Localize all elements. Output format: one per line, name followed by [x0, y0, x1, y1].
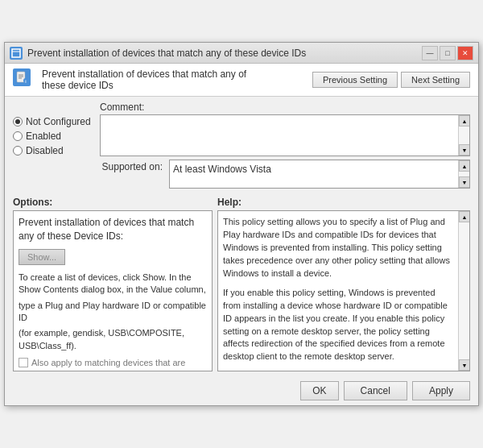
- help-label: Help:: [217, 197, 470, 208]
- two-cols: Options: Prevent installation of devices…: [13, 197, 470, 371]
- ok-button[interactable]: OK: [300, 381, 338, 400]
- options-panel: Prevent installation of devices that mat…: [13, 210, 213, 371]
- radio-disabled[interactable]: Disabled: [13, 145, 93, 156]
- policy-icon: i: [13, 68, 35, 91]
- help-scrollbar: ▲ ▼: [458, 211, 469, 371]
- also-apply-label: Also apply to matching devices that are …: [31, 357, 207, 371]
- supported-scroll-up[interactable]: ▲: [459, 160, 470, 172]
- supported-box: At least Windows Vista ▲ ▼: [169, 160, 470, 189]
- options-text2: type a Plug and Play hardware ID or comp…: [19, 300, 207, 325]
- col-options: Options: Prevent installation of devices…: [13, 197, 213, 371]
- footer: OK Cancel Apply: [5, 376, 478, 405]
- content-area: Not Configured Enabled Disabled Comment:: [5, 97, 478, 376]
- header-buttons: Previous Setting Next Setting: [312, 72, 470, 88]
- scroll-track: [459, 127, 469, 144]
- header-left: i Prevent installation of devices that m…: [13, 68, 267, 91]
- title-bar-left: Prevent installation of devices that mat…: [10, 47, 306, 60]
- minimize-button[interactable]: —: [422, 46, 438, 60]
- comment-scrollbar: ▲ ▼: [458, 115, 469, 156]
- supported-label: Supported on:: [100, 160, 163, 172]
- comment-textarea[interactable]: ▲ ▼: [100, 114, 470, 156]
- supported-scroll-down[interactable]: ▼: [459, 176, 470, 188]
- radio-circle-disabled: [13, 146, 23, 156]
- radio-label-enabled: Enabled: [26, 131, 61, 142]
- supported-value: At least Windows Vista: [170, 160, 458, 188]
- radio-enabled[interactable]: Enabled: [13, 131, 93, 142]
- radio-group: Not Configured Enabled Disabled: [13, 102, 93, 193]
- title-bar: Prevent installation of devices that mat…: [5, 43, 478, 64]
- radio-label-disabled: Disabled: [26, 145, 64, 156]
- col-help: Help: This policy setting allows you to …: [217, 197, 470, 371]
- options-text1: To create a list of devices, click Show.…: [19, 272, 207, 297]
- show-button: Show...: [19, 249, 65, 265]
- help-content: This policy setting allows you to specif…: [218, 211, 458, 371]
- apply-button[interactable]: Apply: [412, 381, 470, 400]
- main-window: Prevent installation of devices that mat…: [4, 42, 479, 406]
- window-title: Prevent installation of devices that mat…: [27, 48, 306, 59]
- radio-circle-not-configured: [13, 117, 23, 127]
- window-icon: [10, 47, 23, 60]
- radio-not-configured[interactable]: Not Configured: [13, 116, 93, 127]
- comment-content: [101, 115, 458, 156]
- help-paragraph-1: This policy setting allows you to specif…: [223, 216, 453, 280]
- help-panel: This policy setting allows you to specif…: [217, 210, 470, 371]
- header-bar: i Prevent installation of devices that m…: [5, 64, 478, 97]
- help-scroll-down[interactable]: ▼: [459, 359, 470, 371]
- scroll-up-arrow[interactable]: ▲: [459, 115, 470, 127]
- previous-setting-button[interactable]: Previous Setting: [312, 72, 398, 88]
- also-apply-checkbox[interactable]: [19, 358, 28, 367]
- help-paragraph-2: If you enable this policy setting, Windo…: [223, 287, 453, 364]
- also-apply-row: Also apply to matching devices that are …: [19, 357, 207, 371]
- scroll-down-arrow[interactable]: ▼: [459, 144, 470, 156]
- cancel-button[interactable]: Cancel: [344, 381, 407, 400]
- options-text3: (for example, gendisk, USB\COMPOSITE, US…: [19, 327, 207, 352]
- right-fields: Comment: ▲ ▼ Supported on: At least: [100, 102, 470, 193]
- radio-circle-enabled: [13, 131, 23, 141]
- svg-rect-0: [12, 49, 20, 57]
- title-controls: — □ ✕: [422, 46, 473, 60]
- options-panel-inner: Prevent installation of devices that mat…: [14, 211, 212, 371]
- close-button[interactable]: ✕: [457, 46, 473, 60]
- options-description: Prevent installation of devices that mat…: [19, 216, 207, 244]
- help-paragraph-3: If you disable or do not configure this …: [223, 370, 453, 371]
- supported-scrollbar: ▲ ▼: [458, 160, 469, 188]
- help-scroll-up[interactable]: ▲: [459, 211, 470, 222]
- help-scroll-track: [459, 222, 469, 359]
- comment-field: Comment: ▲ ▼: [100, 102, 470, 156]
- maximize-button[interactable]: □: [440, 46, 456, 60]
- supported-on-field: Supported on: At least Windows Vista ▲ ▼: [100, 160, 470, 189]
- next-setting-button[interactable]: Next Setting: [401, 72, 470, 88]
- options-label: Options:: [13, 197, 213, 208]
- comment-label: Comment:: [100, 102, 470, 113]
- header-title: Prevent installation of devices that mat…: [42, 68, 267, 91]
- top-section: Not Configured Enabled Disabled Comment:: [13, 102, 470, 193]
- radio-label-not-configured: Not Configured: [26, 116, 91, 127]
